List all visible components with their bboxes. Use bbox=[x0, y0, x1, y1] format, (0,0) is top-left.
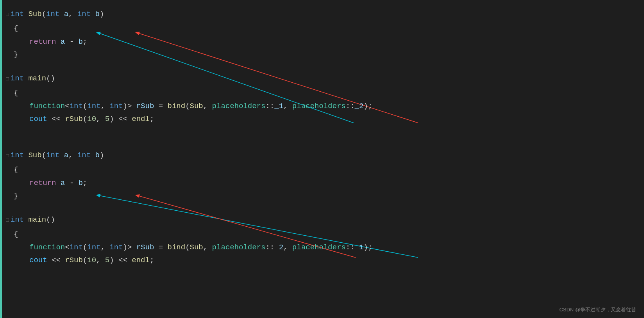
code-area: □int Sub(int a, int b) { return a - b; }… bbox=[6, 8, 644, 267]
sub-body-2: { return a - b; } bbox=[6, 163, 644, 203]
collapse-main-2[interactable]: □ bbox=[6, 217, 9, 223]
sub-body-1: { return a - b; } bbox=[6, 22, 644, 61]
main-func-1: □int main() bbox=[6, 72, 644, 85]
kw-int-a-1: int bbox=[46, 10, 59, 18]
left-border bbox=[0, 0, 2, 318]
collapse-main-1[interactable]: □ bbox=[6, 76, 9, 82]
collapse-sub-2[interactable]: □ bbox=[6, 153, 9, 159]
fn-sub-1: Sub bbox=[28, 10, 41, 18]
main-body-1: { function<int(int, int)> rSub = bind(Su… bbox=[6, 87, 644, 130]
kw-int-b-1: int bbox=[77, 10, 91, 18]
collapse-1[interactable]: □ bbox=[6, 12, 9, 18]
sub-func-1: □int Sub(int a, int b) bbox=[6, 8, 644, 21]
watermark: CSDN @争不过朝夕，又念着往昔 bbox=[559, 306, 636, 313]
main-body-2: { function<int(int, int)> rSub = bind(Su… bbox=[6, 228, 644, 267]
param-a-1: a bbox=[64, 10, 68, 18]
main-func-2: □int main() bbox=[6, 213, 644, 226]
param-b-1: b bbox=[95, 10, 100, 18]
sub-func-2: □int Sub(int a, int b) bbox=[6, 149, 644, 162]
kw-int-1: int bbox=[11, 10, 24, 18]
